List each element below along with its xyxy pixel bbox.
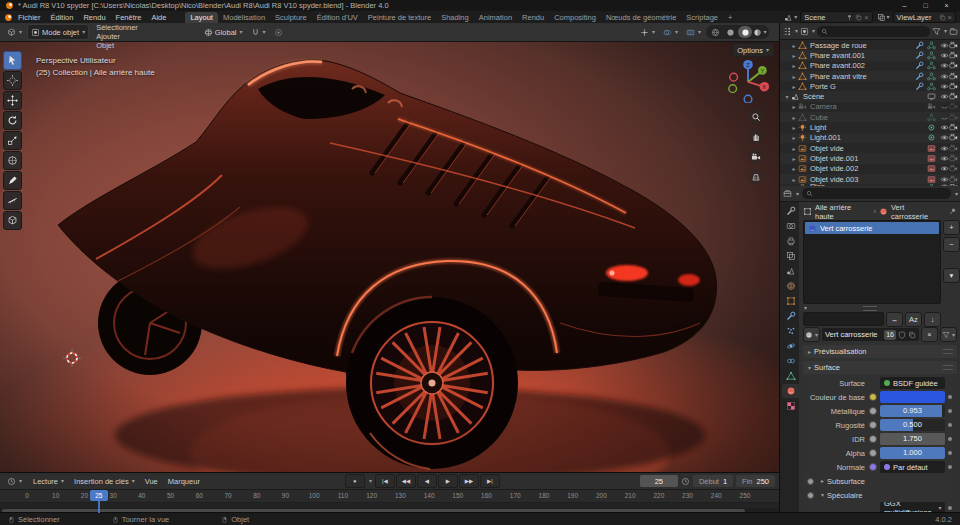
unlink-material-button[interactable]: ×	[921, 327, 938, 342]
unlink-scene-icon[interactable]: ×	[864, 13, 868, 22]
distribution-dropdown[interactable]: GGX multidiffusions ▾	[880, 502, 945, 512]
timeline-menu-insertion-de-cl-s[interactable]: Insertion de clés▾	[69, 477, 140, 486]
render-visibility-toggle-icon[interactable]	[949, 175, 958, 184]
menu-fichier[interactable]: Fichier	[13, 13, 46, 22]
couleur-de-base-swatch[interactable]	[880, 391, 945, 403]
timeline-ruler[interactable]: 0102030405060708090100110120130140150160…	[0, 490, 779, 503]
outliner-row-phare-avant-vitre[interactable]: ▸Phare avant vitre	[780, 71, 960, 81]
mode-dropdown[interactable]: Mode objet ▾	[27, 24, 89, 40]
menu--dition[interactable]: Édition	[46, 13, 79, 22]
material-specials-button[interactable]: ▾	[940, 327, 957, 342]
sort-invert-button[interactable]: ↓	[924, 312, 941, 327]
transport-play-reverse[interactable]: ◀	[417, 474, 437, 488]
overlays-dropdown[interactable]: ▾	[660, 25, 681, 39]
playhead[interactable]: 25	[90, 490, 108, 501]
copy-datablock-icon[interactable]	[908, 331, 916, 339]
panel-surface[interactable]: ▾ Surface	[803, 361, 957, 374]
scene-browse-chevron[interactable]: ▾	[794, 14, 797, 20]
frame-start-field[interactable]: Début 1	[693, 475, 733, 487]
menu-aide[interactable]: Aide	[146, 13, 171, 22]
disclosure-toggle[interactable]: ▸	[790, 145, 798, 152]
breadcrumb-object[interactable]: Aile arrière haute	[815, 203, 870, 221]
add-material-slot-button[interactable]: +	[943, 220, 960, 235]
tab-scriptage[interactable]: Scriptage	[681, 12, 723, 23]
visibility-toggle-icon[interactable]	[940, 61, 949, 70]
axis-neg-x-ball[interactable]	[730, 73, 738, 81]
outliner-row-passage-de-roue[interactable]: ▸Passage de roue	[780, 40, 960, 50]
disclosure-toggle[interactable]: ▸	[790, 73, 798, 80]
pin-icon[interactable]	[846, 14, 853, 21]
disclosure-toggle[interactable]: ▸	[790, 114, 798, 121]
alpha-slider[interactable]: 1.000	[880, 447, 945, 459]
tab-shading[interactable]: Shading	[436, 12, 474, 23]
editor-type-button[interactable]: ▾	[4, 25, 25, 39]
view-layer-icon[interactable]	[877, 13, 886, 22]
proportional-editing-toggle[interactable]	[271, 25, 286, 39]
outliner-search-input[interactable]	[817, 26, 930, 37]
outliner-row-light-001[interactable]: ▸Light.001	[780, 133, 960, 143]
properties-tab-object-data[interactable]	[782, 369, 799, 383]
navigation-gizmo[interactable]: Z Y X	[725, 57, 771, 103]
tab-rendu[interactable]: Rendu	[517, 12, 549, 23]
zoom-button[interactable]	[748, 109, 763, 124]
maximize-button[interactable]: □	[917, 2, 934, 9]
shading-material-button[interactable]	[738, 26, 752, 38]
render-visibility-toggle-icon[interactable]	[949, 51, 958, 60]
tool-select-box[interactable]	[3, 51, 22, 70]
outliner-row-phare-avant-001[interactable]: ▸Phare avant.001	[780, 50, 960, 60]
outliner-row-phare-avant-002[interactable]: ▸Phare avant.002	[780, 61, 960, 71]
perspective-toggle-button[interactable]	[748, 169, 763, 184]
fake-user-icon[interactable]	[898, 331, 906, 339]
material-slot[interactable]: Vert carrosserie	[805, 222, 939, 234]
tool-measure[interactable]	[3, 191, 22, 210]
viewport-menu-ajouter[interactable]: Ajouter	[91, 32, 143, 41]
menu-rendu[interactable]: Rendu	[78, 13, 110, 22]
idr-slider[interactable]: 1.750	[880, 433, 945, 445]
sort-alpha-button[interactable]: Az	[905, 312, 922, 327]
transport-prev-keyframe[interactable]: ◀◀	[396, 474, 416, 488]
visibility-toggle-icon[interactable]	[940, 123, 949, 132]
transport-next-keyframe[interactable]: ▶▶	[459, 474, 479, 488]
disclosure-toggle[interactable]: ▸	[790, 52, 798, 59]
outliner-row-cube[interactable]: ▸Cube	[780, 112, 960, 122]
timeline-menu-lecture[interactable]: Lecture▾	[28, 477, 69, 486]
tab--dition-d-uv[interactable]: Édition d'UV	[312, 12, 363, 23]
properties-search-input[interactable]	[802, 188, 951, 199]
auto-keying-toggle[interactable]: ●	[345, 474, 365, 488]
outliner-row-objet-vide[interactable]: ▸Objet vide	[780, 143, 960, 153]
remove-material-slot-button[interactable]: −	[943, 237, 960, 252]
shading-wireframe-button[interactable]	[708, 26, 722, 38]
visibility-toggle-icon[interactable]	[940, 133, 949, 142]
disclosure-toggle[interactable]: ▸	[790, 165, 798, 172]
users-count-badge[interactable]: 16	[884, 330, 896, 340]
auto-keying-dropdown[interactable]: ▾	[369, 478, 372, 484]
scene-selector[interactable]: Scene ×	[800, 11, 872, 23]
visibility-toggle-icon[interactable]	[940, 92, 949, 101]
tab-layout[interactable]: Layout	[185, 12, 218, 23]
tool-add-cube[interactable]	[3, 211, 22, 230]
properties-tab-scene[interactable]	[782, 264, 799, 278]
properties-tab-view-layer[interactable]	[782, 249, 799, 263]
axis-neg-z-ball[interactable]	[744, 95, 752, 103]
render-visibility-toggle-icon[interactable]	[949, 113, 958, 122]
render-visibility-toggle-icon[interactable]	[949, 82, 958, 91]
outliner-row-objet-vide-003[interactable]: ▸Objet vide.003	[780, 174, 960, 184]
preview-range-toggle-icon[interactable]	[681, 477, 690, 486]
close-button[interactable]: ×	[938, 2, 955, 9]
tab-mod-lisation[interactable]: Modélisation	[218, 12, 270, 23]
pin-icon[interactable]	[946, 205, 959, 218]
properties-tab-physics[interactable]	[782, 339, 799, 353]
minimize-button[interactable]: –	[896, 2, 913, 9]
normale-dropdown[interactable]: Par défaut	[880, 461, 945, 473]
scene-icon[interactable]	[784, 13, 793, 22]
visibility-gizmos-dropdown[interactable]: ▾	[637, 25, 658, 39]
render-visibility-toggle-icon[interactable]	[949, 133, 958, 142]
disclosure-toggle[interactable]: ▸	[790, 62, 798, 69]
tab-peinture-de-texture[interactable]: Peinture de texture	[363, 12, 436, 23]
tool-rotate[interactable]	[3, 111, 22, 130]
transform-orientation-dropdown[interactable]: Global ▾	[201, 25, 246, 39]
shading-rendered-button[interactable]: ▾	[753, 26, 767, 38]
rugosit--slider[interactable]: 0.500	[880, 419, 945, 431]
visibility-toggle-icon[interactable]	[940, 102, 949, 111]
camera-view-button[interactable]	[748, 149, 763, 164]
